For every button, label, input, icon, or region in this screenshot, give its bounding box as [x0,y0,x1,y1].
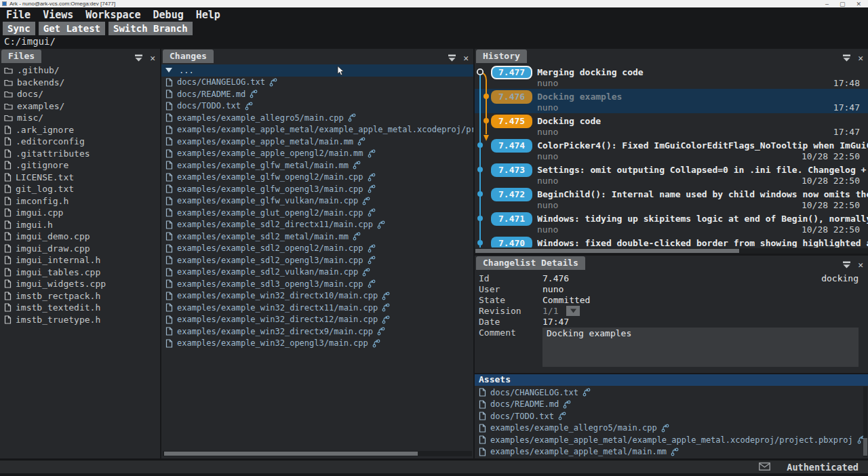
menu-item[interactable]: File [0,9,37,21]
file-tree-item[interactable]: imconfig.h [0,195,160,207]
changed-file-item[interactable]: examples/example_win32_directx11/main.cp… [161,302,473,314]
history-entry[interactable]: 7.471 Windows: tidying up skipitems logi… [475,211,868,235]
file-tree-item[interactable]: .editorconfig [0,136,160,148]
toolbar-button[interactable]: Switch Branch [108,22,193,35]
changed-file-item[interactable]: examples/example_sdl2_vulkan/main.cpp [161,266,473,279]
asset-item[interactable]: examples/example_apple_metal/main.mm [475,446,868,458]
close-button[interactable]: ✕ [856,1,861,7]
file-tree-item[interactable]: imgui.h [0,219,160,231]
scrollbar-thumb[interactable] [475,249,739,253]
changed-file-item[interactable]: docs/README.md [161,88,473,100]
file-icon [4,184,12,193]
comment-textarea[interactable]: Docking examples [542,328,859,367]
file-tree-item[interactable]: imstb_textedit.h [0,302,160,314]
file-tree-item[interactable]: .gitignore [0,159,160,172]
file-icon [165,268,173,277]
file-name: git_log.txt [16,184,74,194]
file-icon [165,125,173,134]
changed-file-item[interactable]: examples/example_glfw_opengl2/main.cpp [161,172,473,184]
close-icon[interactable]: ✕ [463,54,469,62]
changes-root-row[interactable]: ... [161,64,473,77]
horizontal-scrollbar[interactable] [163,451,472,456]
revision-dropdown[interactable] [566,306,580,316]
file-tree-item[interactable]: imstb_truetype.h [0,314,160,326]
history-entry[interactable]: 7.474 ColorPicker4(): Fixed ImGuiColorEd… [475,138,868,162]
history-entry[interactable]: 7.475 Docking code nuno 17:47 [475,113,868,138]
changed-file-item[interactable]: docs/CHANGELOG.txt [161,77,473,89]
asset-item[interactable]: docs/CHANGELOG.txt [475,386,868,399]
filter-icon[interactable] [842,52,851,64]
menu-item[interactable]: Views [37,9,79,21]
file-path: examples/example_sdl2_opengl3/main.cpp [177,256,363,265]
menu-item[interactable]: Debug [147,9,190,21]
scrollbar-thumb[interactable] [863,438,867,456]
toolbar-button[interactable]: Sync [3,22,35,35]
file-tree-item[interactable]: git_log.txt [0,183,160,195]
mail-icon [759,462,770,473]
close-icon[interactable]: ✕ [858,54,863,62]
file-tree-item[interactable]: imstb_rectpack.h [0,290,160,302]
changed-file-item[interactable]: examples/example_glut_opengl2/main.cpp [161,207,473,219]
minimize-button[interactable]: – [825,1,829,7]
asset-item[interactable]: docs/README.md [475,399,868,411]
asset-item[interactable]: docs/TODO.txt [475,410,868,422]
file-name: imgui_draw.cpp [16,243,90,254]
changed-file-item[interactable]: examples/example_sdl2_directx11/main.cpp [161,219,473,231]
file-tree-item[interactable]: misc/ [0,112,160,124]
file-tree-item[interactable]: imgui_widgets.cpp [0,278,160,290]
history-entry[interactable]: 7.472 BeginChild(): Internal name used b… [475,186,868,211]
menu-item[interactable]: Workspace [79,9,146,21]
file-tree-item[interactable]: docs/ [0,88,160,100]
history-entry[interactable]: 7.473 Settings: omit outputing Collapsed… [475,162,868,186]
file-tree-item[interactable]: imgui_draw.cpp [0,243,160,255]
chevron-down-icon[interactable] [165,67,172,73]
file-tree-item[interactable]: .gitattributes [0,148,160,160]
changed-file-item[interactable]: docs/TODO.txt [161,100,473,113]
changed-file-item[interactable]: examples/example_win32_directx10/main.cp… [161,290,473,302]
scrollbar-thumb[interactable] [164,452,418,456]
changed-file-item[interactable]: examples/example_sdl2_opengl3/main.cpp [161,254,473,266]
changed-file-item[interactable]: examples/example_win32_directx12/main.cp… [161,314,473,326]
changed-file-item[interactable]: examples/example_glfw_opengl3/main.cpp [161,183,473,195]
file-tree-item[interactable]: imgui_demo.cpp [0,231,160,243]
file-tree-item[interactable]: imgui.cpp [0,207,160,219]
toolbar-button[interactable]: Get Latest [39,22,105,35]
history-entry[interactable]: 7.476 Docking examples nuno 17:47 [475,89,868,113]
asset-item[interactable]: examples/example_apple_metal/example_app… [475,434,868,446]
asset-item[interactable]: examples/example_apple_opengl2/main.mm [475,458,868,458]
file-tree-item[interactable]: .github/ [0,64,160,77]
asset-item[interactable]: examples/example_allegro5/main.cpp [475,422,868,435]
file-tree-item[interactable]: backends/ [0,77,160,89]
file-tree-item[interactable]: imgui_internal.h [0,254,160,266]
changed-file-item[interactable]: examples/example_sdl2_metal/main.mm [161,231,473,243]
close-icon[interactable]: ✕ [858,260,863,269]
changed-file-item[interactable]: examples/example_sdl2_opengl2/main.cpp [161,243,473,255]
changed-file-item[interactable]: examples/example_glfw_metal/main.mm [161,159,473,172]
file-path: examples/example_win32_directx11/main.cp… [177,303,378,313]
changed-file-item[interactable]: examples/example_apple_opengl2/main.mm [161,148,473,160]
horizontal-scrollbar[interactable] [475,248,868,254]
changeset-badge: 7.470 [491,237,532,248]
file-tree-item[interactable]: .ark_ignore [0,124,160,136]
changed-file-item[interactable]: examples/example_apple_metal/main.mm [161,136,473,148]
changed-file-item[interactable]: examples/example_win32_opengl3/main.cpp [161,338,473,350]
history-entry[interactable]: 7.477 Merging docking code nuno 17:48 [475,64,868,89]
filter-icon[interactable] [448,52,456,64]
filter-icon[interactable] [842,258,851,271]
changed-file-item[interactable]: examples/example_win32_directx9/main.cpp [161,325,473,338]
vertical-scrollbar[interactable] [863,386,867,457]
file-icon [165,113,173,122]
file-tree-item[interactable]: examples/ [0,100,160,113]
file-tree-item[interactable]: LICENSE.txt [0,172,160,184]
filter-icon[interactable] [134,52,143,64]
close-icon[interactable]: ✕ [150,54,155,62]
changed-file-item[interactable]: examples/example_allegro5/main.cpp [161,112,473,124]
history-entry[interactable]: 7.470 Windows: fixed double-clicked bord… [475,235,868,247]
changed-file-item[interactable]: examples/example_sdl3_opengl3/main.cpp [161,278,473,290]
assets-list: docs/CHANGELOG.txt docs/README.md docs/T… [475,386,868,458]
maximize-button[interactable]: ▢ [840,1,846,7]
changed-file-item[interactable]: examples/example_apple_metal/example_app… [161,124,473,136]
menu-item[interactable]: Help [190,9,226,21]
changed-file-item[interactable]: examples/example_glfw_vulkan/main.cpp [161,195,473,207]
file-tree-item[interactable]: imgui_tables.cpp [0,266,160,279]
